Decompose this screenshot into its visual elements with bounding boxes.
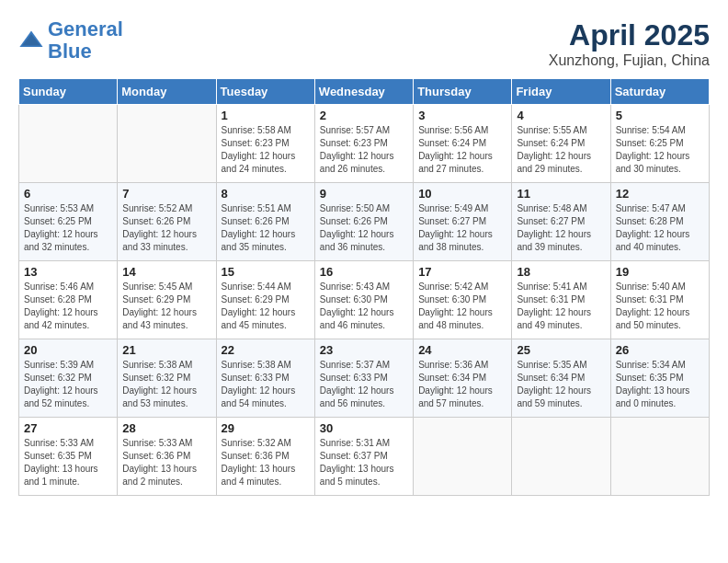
- calendar-cell: 8Sunrise: 5:51 AM Sunset: 6:26 PM Daylig…: [216, 183, 314, 261]
- weekday-header-saturday: Saturday: [610, 79, 709, 105]
- day-number: 4: [517, 109, 605, 122]
- calendar-cell: 12Sunrise: 5:47 AM Sunset: 6:28 PM Dayli…: [610, 183, 709, 261]
- day-info: Sunrise: 5:35 AM Sunset: 6:34 PM Dayligh…: [517, 359, 605, 410]
- calendar-week-2: 6Sunrise: 5:53 AM Sunset: 6:25 PM Daylig…: [19, 183, 710, 261]
- day-info: Sunrise: 5:32 AM Sunset: 6:36 PM Dayligh…: [222, 437, 310, 488]
- day-number: 11: [517, 187, 605, 201]
- logo-icon: [18, 28, 44, 53]
- day-info: Sunrise: 5:33 AM Sunset: 6:36 PM Dayligh…: [122, 437, 210, 488]
- day-info: Sunrise: 5:46 AM Sunset: 6:28 PM Dayligh…: [24, 281, 112, 332]
- logo: General Blue: [18, 18, 123, 63]
- day-number: 29: [222, 421, 310, 435]
- calendar-week-4: 20Sunrise: 5:39 AM Sunset: 6:32 PM Dayli…: [19, 339, 710, 418]
- weekday-header-row: SundayMondayTuesdayWednesdayThursdayFrid…: [19, 79, 710, 105]
- calendar-cell: 14Sunrise: 5:45 AM Sunset: 6:29 PM Dayli…: [118, 261, 216, 339]
- day-number: 7: [122, 187, 210, 201]
- day-info: Sunrise: 5:43 AM Sunset: 6:30 PM Dayligh…: [320, 281, 408, 332]
- day-number: 3: [418, 109, 506, 122]
- calendar-cell: 1Sunrise: 5:58 AM Sunset: 6:23 PM Daylig…: [216, 105, 314, 183]
- day-number: 15: [222, 265, 310, 279]
- day-number: 1: [222, 109, 310, 122]
- month-title: April 2025: [549, 18, 710, 52]
- day-info: Sunrise: 5:42 AM Sunset: 6:30 PM Dayligh…: [418, 281, 506, 332]
- day-info: Sunrise: 5:49 AM Sunset: 6:27 PM Dayligh…: [418, 202, 506, 254]
- calendar-cell: 16Sunrise: 5:43 AM Sunset: 6:30 PM Dayli…: [314, 261, 413, 339]
- day-number: 17: [418, 265, 506, 279]
- calendar-cell: 27Sunrise: 5:33 AM Sunset: 6:35 PM Dayli…: [19, 418, 118, 496]
- calendar-cell: [414, 418, 512, 496]
- day-info: Sunrise: 5:38 AM Sunset: 6:32 PM Dayligh…: [122, 359, 210, 410]
- day-info: Sunrise: 5:57 AM Sunset: 6:23 PM Dayligh…: [320, 124, 408, 176]
- weekday-header-tuesday: Tuesday: [216, 79, 314, 105]
- day-number: 16: [320, 265, 408, 279]
- page-header: General Blue April 2025 Xunzhong, Fujian…: [18, 18, 710, 69]
- day-number: 13: [24, 265, 112, 279]
- day-info: Sunrise: 5:52 AM Sunset: 6:26 PM Dayligh…: [122, 202, 210, 254]
- day-number: 12: [616, 187, 704, 201]
- day-info: Sunrise: 5:41 AM Sunset: 6:31 PM Dayligh…: [517, 281, 605, 332]
- calendar-cell: 23Sunrise: 5:37 AM Sunset: 6:33 PM Dayli…: [314, 339, 413, 418]
- logo-text: General Blue: [48, 18, 123, 63]
- calendar-cell: 26Sunrise: 5:34 AM Sunset: 6:35 PM Dayli…: [610, 339, 709, 418]
- day-info: Sunrise: 5:38 AM Sunset: 6:33 PM Dayligh…: [222, 359, 310, 410]
- logo-line1: General: [48, 17, 123, 40]
- calendar-cell: 30Sunrise: 5:31 AM Sunset: 6:37 PM Dayli…: [314, 418, 413, 496]
- calendar-cell: 21Sunrise: 5:38 AM Sunset: 6:32 PM Dayli…: [118, 339, 216, 418]
- day-number: 10: [418, 187, 506, 201]
- day-info: Sunrise: 5:31 AM Sunset: 6:37 PM Dayligh…: [320, 437, 408, 488]
- day-number: 24: [418, 343, 506, 357]
- weekday-header-monday: Monday: [118, 79, 216, 105]
- day-number: 23: [320, 343, 408, 357]
- calendar-cell: [512, 418, 610, 496]
- calendar-cell: 15Sunrise: 5:44 AM Sunset: 6:29 PM Dayli…: [216, 261, 314, 339]
- day-number: 8: [222, 187, 310, 201]
- day-info: Sunrise: 5:53 AM Sunset: 6:25 PM Dayligh…: [24, 202, 112, 254]
- calendar-cell: 28Sunrise: 5:33 AM Sunset: 6:36 PM Dayli…: [118, 418, 216, 496]
- day-number: 18: [517, 265, 605, 279]
- day-info: Sunrise: 5:55 AM Sunset: 6:24 PM Dayligh…: [517, 124, 605, 176]
- calendar-cell: 24Sunrise: 5:36 AM Sunset: 6:34 PM Dayli…: [414, 339, 512, 418]
- day-info: Sunrise: 5:37 AM Sunset: 6:33 PM Dayligh…: [320, 359, 408, 410]
- day-number: 6: [24, 187, 112, 201]
- calendar-cell: [610, 418, 709, 496]
- calendar-cell: 25Sunrise: 5:35 AM Sunset: 6:34 PM Dayli…: [512, 339, 610, 418]
- calendar-cell: 13Sunrise: 5:46 AM Sunset: 6:28 PM Dayli…: [19, 261, 118, 339]
- day-number: 25: [517, 343, 605, 357]
- calendar-cell: 10Sunrise: 5:49 AM Sunset: 6:27 PM Dayli…: [414, 183, 512, 261]
- calendar-cell: 4Sunrise: 5:55 AM Sunset: 6:24 PM Daylig…: [512, 105, 610, 183]
- calendar-cell: 2Sunrise: 5:57 AM Sunset: 6:23 PM Daylig…: [314, 105, 413, 183]
- calendar-cell: 5Sunrise: 5:54 AM Sunset: 6:25 PM Daylig…: [610, 105, 709, 183]
- calendar-cell: 29Sunrise: 5:32 AM Sunset: 6:36 PM Dayli…: [216, 418, 314, 496]
- day-number: 27: [24, 421, 112, 435]
- day-info: Sunrise: 5:56 AM Sunset: 6:24 PM Dayligh…: [418, 124, 506, 176]
- day-info: Sunrise: 5:39 AM Sunset: 6:32 PM Dayligh…: [24, 359, 112, 410]
- calendar-cell: 3Sunrise: 5:56 AM Sunset: 6:24 PM Daylig…: [414, 105, 512, 183]
- day-info: Sunrise: 5:44 AM Sunset: 6:29 PM Dayligh…: [222, 281, 310, 332]
- day-number: 9: [320, 187, 408, 201]
- calendar-cell: 17Sunrise: 5:42 AM Sunset: 6:30 PM Dayli…: [414, 261, 512, 339]
- day-info: Sunrise: 5:45 AM Sunset: 6:29 PM Dayligh…: [122, 281, 210, 332]
- calendar-week-5: 27Sunrise: 5:33 AM Sunset: 6:35 PM Dayli…: [19, 418, 710, 496]
- weekday-header-thursday: Thursday: [414, 79, 512, 105]
- day-info: Sunrise: 5:50 AM Sunset: 6:26 PM Dayligh…: [320, 202, 408, 254]
- day-info: Sunrise: 5:54 AM Sunset: 6:25 PM Dayligh…: [616, 124, 704, 176]
- weekday-header-wednesday: Wednesday: [314, 79, 413, 105]
- day-info: Sunrise: 5:36 AM Sunset: 6:34 PM Dayligh…: [418, 359, 506, 410]
- day-number: 26: [616, 343, 704, 357]
- calendar-cell: 6Sunrise: 5:53 AM Sunset: 6:25 PM Daylig…: [19, 183, 118, 261]
- day-info: Sunrise: 5:40 AM Sunset: 6:31 PM Dayligh…: [616, 281, 704, 332]
- logo-line2: Blue: [48, 40, 92, 63]
- day-info: Sunrise: 5:47 AM Sunset: 6:28 PM Dayligh…: [616, 202, 704, 254]
- calendar-cell: 18Sunrise: 5:41 AM Sunset: 6:31 PM Dayli…: [512, 261, 610, 339]
- day-info: Sunrise: 5:34 AM Sunset: 6:35 PM Dayligh…: [616, 359, 704, 410]
- day-number: 28: [122, 421, 210, 435]
- day-number: 22: [222, 343, 310, 357]
- calendar-cell: 9Sunrise: 5:50 AM Sunset: 6:26 PM Daylig…: [314, 183, 413, 261]
- calendar-cell: [19, 105, 118, 183]
- day-number: 2: [320, 109, 408, 122]
- weekday-header-sunday: Sunday: [19, 79, 118, 105]
- day-number: 5: [616, 109, 704, 122]
- day-number: 20: [24, 343, 112, 357]
- day-number: 19: [616, 265, 704, 279]
- weekday-header-friday: Friday: [512, 79, 610, 105]
